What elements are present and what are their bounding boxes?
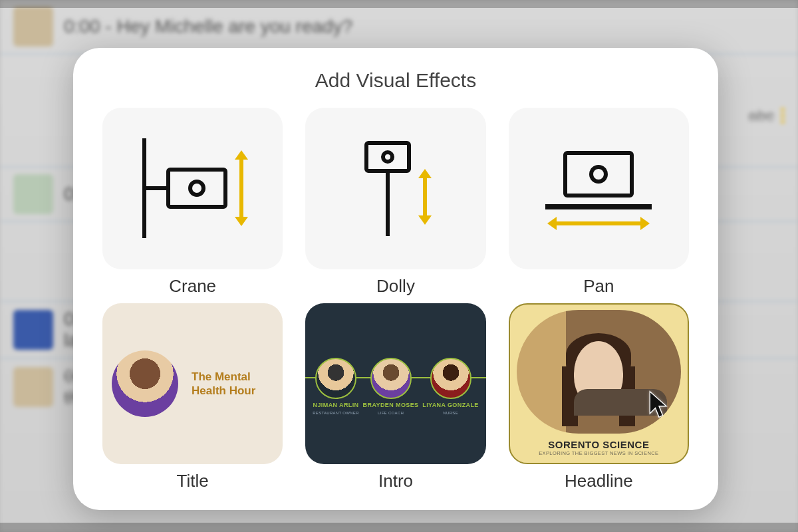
effect-label: Intro <box>378 471 413 491</box>
clip-thumbnail <box>13 367 53 407</box>
avatar <box>315 358 356 399</box>
intro-person-name: NJIMAN ARLIN <box>313 402 359 408</box>
effect-label: Dolly <box>376 276 415 297</box>
effect-label: Title <box>177 471 209 491</box>
transcript-line: 0:00 - Hey Michelle are you ready? <box>64 16 352 37</box>
intro-person-role: NURSE <box>443 411 458 415</box>
title-card-heading: The Mental Health Hour <box>192 370 273 398</box>
headline-title: SORENTO SCIENCE <box>548 439 649 450</box>
avatar <box>112 350 178 417</box>
intro-person: BRAYDEN MOSES LIFE COACH <box>363 358 419 415</box>
crane-icon <box>142 138 243 238</box>
topright-label: abc <box>748 106 785 125</box>
intro-person-role: LIFE COACH <box>378 411 404 415</box>
effect-dolly[interactable] <box>305 108 485 269</box>
effect-intro[interactable]: NJIMAN ARLIN RESTAURANT OWNER BRAYDEN MO… <box>305 303 485 465</box>
intro-person-name: LIYANA GONZALE <box>422 402 478 408</box>
effect-cell-pan: Pan <box>509 108 689 297</box>
transcript-text: Hey Michelle are you ready? <box>116 16 352 37</box>
headline-subtitle: EXPLORING THE BIGGEST NEWS IN SCIENCE <box>539 450 658 456</box>
effect-cell-dolly: Dolly <box>305 108 485 297</box>
avatar <box>370 358 412 399</box>
intro-person: NJIMAN ARLIN RESTAURANT OWNER <box>313 358 359 415</box>
effects-grid: Crane Dolly <box>102 108 689 491</box>
effect-label: Pan <box>583 276 614 297</box>
modal-title: Add Visual Effects <box>102 69 689 92</box>
avatar <box>430 358 471 399</box>
effect-label: Headline <box>565 471 633 491</box>
effect-cell-title: The Mental Health Hour Title <box>102 303 283 492</box>
effect-cell-intro: NJIMAN ARLIN RESTAURANT OWNER BRAYDEN MO… <box>305 303 485 492</box>
intro-person: LIYANA GONZALE NURSE <box>422 358 478 415</box>
effect-headline[interactable]: SORENTO SCIENCE EXPLORING THE BIGGEST NE… <box>509 303 689 465</box>
effect-title[interactable]: The Mental Health Hour <box>102 303 283 465</box>
headline-photo <box>517 310 681 434</box>
intro-person-role: RESTAURANT OWNER <box>313 411 359 415</box>
effect-cell-crane: Crane <box>102 108 283 297</box>
drag-handle-icon <box>781 108 785 124</box>
effect-pan[interactable] <box>509 108 689 269</box>
dolly-icon <box>364 141 427 236</box>
arrow-vertical-icon <box>423 177 427 217</box>
clip-thumbnail <box>13 310 53 350</box>
arrow-vertical-icon <box>239 158 243 218</box>
effect-cell-headline: SORENTO SCIENCE EXPLORING THE BIGGEST NE… <box>509 303 689 492</box>
clip-thumbnail <box>13 7 53 47</box>
visual-effects-modal: Add Visual Effects Crane <box>73 48 718 510</box>
clip-thumbnail <box>13 174 53 214</box>
effect-label: Crane <box>169 276 216 297</box>
transcript-time: 0:00 <box>64 16 100 37</box>
arrow-horizontal-icon <box>555 221 642 225</box>
effect-crane[interactable] <box>102 108 283 269</box>
pan-icon <box>545 151 652 225</box>
intro-person-name: BRAYDEN MOSES <box>363 402 419 408</box>
